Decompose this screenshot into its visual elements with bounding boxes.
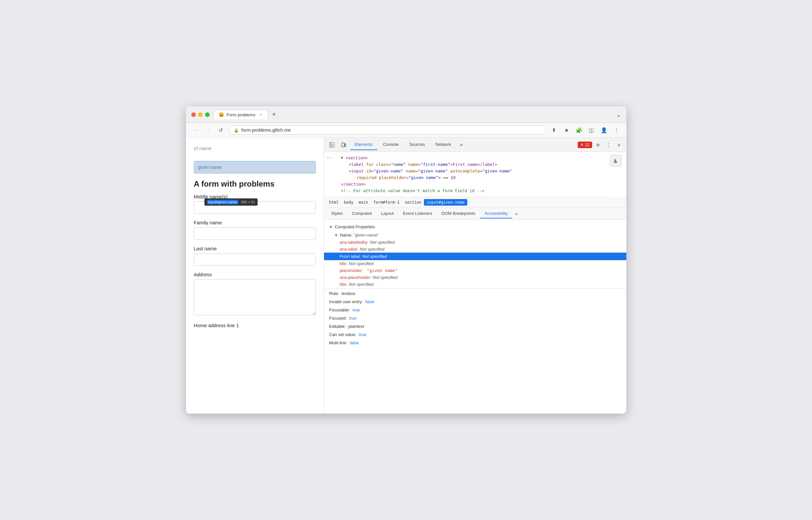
breadcrumb-input[interactable]: input#given-name: [424, 199, 467, 206]
title-label-1: title:: [340, 261, 348, 266]
section-expand-arrow[interactable]: ▼: [341, 155, 346, 161]
active-tab[interactable]: 😀 Form problems ×: [213, 110, 268, 119]
family-name-input[interactable]: [194, 227, 316, 240]
extensions-button[interactable]: 🧩: [575, 126, 584, 135]
device-toolbar-icon[interactable]: [338, 139, 349, 150]
tab-close-button[interactable]: ×: [258, 112, 263, 117]
invalid-user-entry-label: Invalid user entry:: [329, 299, 364, 304]
accessibility-icon-button[interactable]: ♿: [610, 155, 622, 166]
html-line-input[interactable]: <input id= "given-name" name= "given-nam…: [333, 168, 610, 175]
tab-network[interactable]: Network: [431, 139, 456, 150]
back-button[interactable]: ←: [191, 126, 200, 135]
minimize-traffic-light[interactable]: [198, 112, 203, 117]
breadcrumb-main[interactable]: main: [356, 199, 371, 206]
breadcrumb-section[interactable]: section: [402, 199, 424, 206]
close-devtools-button[interactable]: ✕: [614, 140, 624, 150]
error-badge[interactable]: ✕ 12: [578, 141, 592, 148]
last-name-group: Last name: [194, 246, 316, 266]
last-name-label: Last name: [194, 246, 316, 251]
html-line-input2[interactable]: required placeholder= "given name" > == …: [333, 175, 610, 181]
maximize-traffic-light[interactable]: [205, 112, 210, 117]
placeholder-label: placeholder:: [340, 268, 363, 273]
aria-placeholder-row: aria-placeholder: Not specified: [324, 274, 626, 281]
aria-labelledby-label: aria-labelledby:: [340, 240, 369, 245]
focusable-label: Focusable:: [329, 308, 351, 312]
inspect-element-icon[interactable]: [327, 139, 337, 150]
computed-properties-label: Computed Properties: [334, 224, 375, 229]
tab-console[interactable]: Console: [379, 139, 404, 150]
settings-button[interactable]: ⚙: [593, 140, 603, 150]
title-label-2: title:: [340, 282, 348, 287]
label-class-val: "name": [391, 161, 408, 168]
html-line-label[interactable]: <label for class= "name" name= "first-na…: [333, 161, 610, 168]
sub-tab-accessibility[interactable]: Accessibility: [480, 209, 512, 218]
main-content: of name input#given-name 306 × 51 given …: [186, 138, 626, 414]
computed-properties-header[interactable]: ▼ Computed Properties: [324, 223, 626, 231]
last-name-input[interactable]: [194, 253, 316, 266]
title-row-2: title: Not specified: [324, 281, 626, 288]
role-value: textbox: [341, 291, 355, 296]
svg-rect-2: [345, 144, 346, 147]
sub-tab-dom-breakpoints[interactable]: DOM Breakpoints: [437, 209, 480, 218]
customize-button[interactable]: ⋮: [604, 140, 613, 150]
address-textarea[interactable]: [194, 279, 316, 315]
lock-icon: 🔒: [234, 128, 239, 133]
breadcrumb-form[interactable]: form#form-1: [371, 199, 402, 206]
html-line-section[interactable]: ▼ <section>: [333, 155, 610, 161]
focusable-row: Focusable: true: [324, 306, 626, 314]
profile-button[interactable]: 👤: [600, 126, 609, 135]
can-set-value-label: Can set value:: [329, 332, 358, 337]
share-button[interactable]: ⬆: [550, 126, 559, 135]
input-autocomplete-val: "given-name": [482, 168, 512, 175]
title-value-1: Not specified: [349, 261, 373, 266]
element-tooltip: input#given-name 306 × 51: [204, 199, 258, 206]
breadcrumb-body[interactable]: body: [341, 199, 356, 206]
html-view: ▼ <section> <label for class= "name" nam…: [333, 152, 610, 197]
sub-tab-more[interactable]: »: [512, 210, 520, 218]
dollar-zero: $0: [451, 175, 456, 181]
sub-tab-styles[interactable]: Styles: [327, 209, 347, 218]
screenshot-button[interactable]: ◫: [587, 126, 596, 135]
input-tag-end: > ==: [438, 175, 451, 181]
label-tag-open: <label: [349, 161, 366, 168]
input-name-val: "given-name": [418, 168, 450, 175]
sub-tab-computed[interactable]: Computed: [347, 209, 376, 218]
aria-placeholder-value: Not specified: [373, 275, 397, 280]
from-label-row[interactable]: From label: Not specified: [324, 253, 626, 260]
forward-button[interactable]: →: [204, 126, 213, 135]
menu-button[interactable]: ⋮: [612, 126, 621, 135]
editable-value: plaintext: [348, 324, 364, 329]
error-icon: ✕: [580, 142, 584, 147]
html-panel: ··· ▼ <section> <label for class= "name": [324, 152, 626, 197]
reload-button[interactable]: ↺: [216, 126, 225, 135]
new-tab-button[interactable]: +: [270, 110, 279, 119]
expand-more[interactable]: ···: [324, 155, 333, 161]
address-bar: ← → ↺ 🔒 form-problems.glitch.me ⬆ ★ 🧩 ◫ …: [186, 123, 626, 138]
html-line-section-close[interactable]: </section>: [333, 181, 610, 187]
tab-elements[interactable]: Elements: [350, 139, 377, 150]
family-name-label: Family name: [194, 220, 316, 225]
breadcrumb-html[interactable]: html: [327, 199, 341, 206]
input-name-attr: name=: [406, 168, 418, 175]
invalid-user-entry-value: false: [365, 299, 374, 304]
input-autocomplete-attr: autocomplete=: [450, 168, 482, 175]
given-name-input[interactable]: given name: [194, 161, 316, 174]
divider-1: [324, 288, 626, 289]
bookmark-button[interactable]: ★: [562, 126, 571, 135]
tab-more-button[interactable]: »: [457, 140, 466, 149]
section-tag: <section>: [346, 155, 368, 161]
name-tree-item[interactable]: ▼ Name: "given name": [324, 231, 626, 239]
sub-tab-layout[interactable]: Layout: [376, 209, 398, 218]
close-traffic-light[interactable]: [191, 112, 196, 117]
aria-label-row: aria-label: Not specified: [324, 246, 626, 253]
editable-label: Editable:: [329, 324, 347, 329]
name-label: Name:: [340, 233, 354, 237]
aria-labelledby-value: Not specified: [370, 240, 395, 245]
address-input[interactable]: 🔒 form-problems.glitch.me: [229, 126, 546, 135]
tab-sources[interactable]: Sources: [405, 139, 430, 150]
browser-window: 😀 Form problems × + ⌄ ← → ↺ 🔒 form-probl…: [186, 106, 626, 414]
name-value: "given name": [354, 233, 379, 237]
tab-bar-more[interactable]: ⌄: [616, 111, 621, 118]
tooltip-element-size: 306 × 51: [241, 200, 255, 204]
sub-tab-event-listeners[interactable]: Event Listeners: [398, 209, 437, 218]
